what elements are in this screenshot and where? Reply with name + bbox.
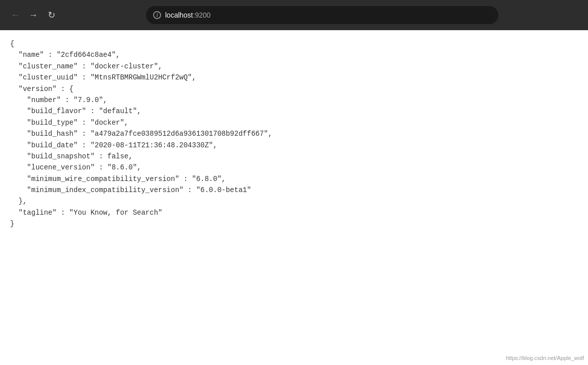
browser-chrome: ← → ↻ i localhost:9200: [0, 0, 588, 30]
json-line-8: "build_type" : "docker",: [10, 119, 128, 127]
json-line-12: "lucene_version" : "8.6.0",: [10, 163, 141, 171]
info-icon: i: [153, 11, 161, 19]
json-line-5: "version" : {: [10, 85, 74, 93]
url-port: :9200: [193, 11, 210, 19]
nav-buttons: ← → ↻: [8, 8, 58, 22]
json-line-4: "cluster_uuid" : "MtnsRTBMRGWmlU2HCrf2wQ…: [10, 73, 196, 81]
page-content: { "name" : "2cfd664c8ae4", "cluster_name…: [0, 30, 588, 365]
json-line-14: "minimum_index_compatibility_version" : …: [10, 186, 251, 194]
json-display: { "name" : "2cfd664c8ae4", "cluster_name…: [10, 38, 578, 230]
json-line-16: "tagline" : "You Know, for Search": [10, 209, 162, 217]
json-line-9: "build_hash" : "a479a2a7fce0389512d6a936…: [10, 130, 272, 138]
json-line-1: {: [10, 40, 14, 48]
url-protocol: localhost: [165, 11, 193, 19]
json-line-15: },: [10, 197, 27, 205]
reload-button[interactable]: ↻: [44, 8, 58, 22]
json-line-11: "build_snapshot" : false,: [10, 152, 133, 160]
json-line-3: "cluster_name" : "docker-cluster",: [10, 62, 162, 70]
watermark: https://blog.csdn.net/Apple_wolf: [506, 355, 584, 361]
json-line-17: }: [10, 220, 14, 228]
url-text: localhost:9200: [165, 11, 210, 19]
json-line-7: "build_flavor" : "default",: [10, 107, 141, 115]
json-line-10: "build_date" : "2020-08-11T21:36:48.2043…: [10, 141, 217, 149]
json-line-2: "name" : "2cfd664c8ae4",: [10, 51, 120, 59]
json-line-6: "number" : "7.9.0",: [10, 96, 107, 104]
back-button[interactable]: ←: [8, 8, 22, 22]
forward-button[interactable]: →: [26, 8, 40, 22]
json-line-13: "minimum_wire_compatibility_version" : "…: [10, 175, 226, 183]
address-bar[interactable]: i localhost:9200: [146, 6, 498, 24]
